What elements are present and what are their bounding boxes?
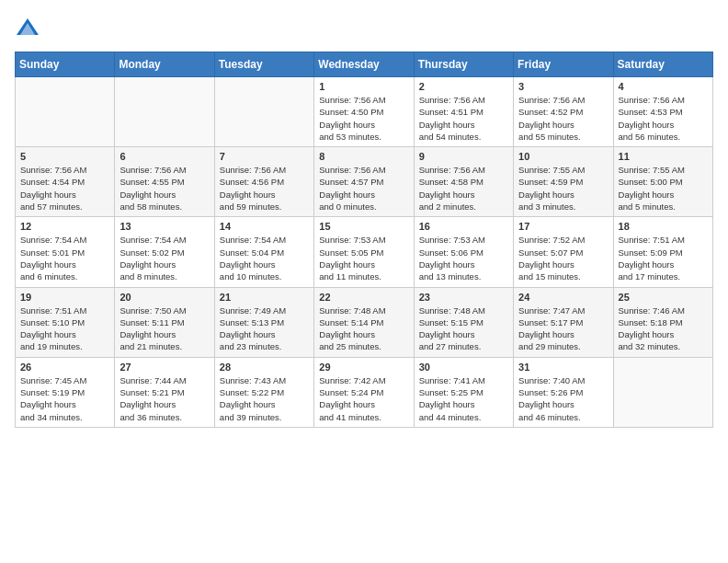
day-info: Sunrise: 7:56 AMSunset: 4:54 PMDaylight …	[20, 164, 109, 213]
day-number: 19	[20, 292, 109, 303]
week-row-3: 12Sunrise: 7:54 AMSunset: 5:01 PMDayligh…	[16, 217, 713, 287]
day-number: 17	[518, 221, 608, 232]
day-info: Sunrise: 7:51 AMSunset: 5:10 PMDaylight …	[20, 304, 109, 353]
calendar-cell: 11Sunrise: 7:55 AMSunset: 5:00 PMDayligh…	[613, 147, 712, 217]
logo-icon	[15, 15, 40, 40]
day-info: Sunrise: 7:50 AMSunset: 5:11 PMDaylight …	[119, 304, 209, 353]
day-number: 31	[518, 362, 608, 373]
day-info: Sunrise: 7:49 AMSunset: 5:13 PMDaylight …	[220, 304, 309, 353]
day-number: 15	[319, 221, 408, 232]
calendar-cell: 20Sunrise: 7:50 AMSunset: 5:11 PMDayligh…	[115, 287, 214, 357]
calendar-cell: 30Sunrise: 7:41 AMSunset: 5:25 PMDayligh…	[414, 357, 513, 427]
day-info: Sunrise: 7:53 AMSunset: 5:05 PMDaylight …	[319, 234, 408, 282]
calendar-cell: 2Sunrise: 7:56 AMSunset: 4:51 PMDaylight…	[414, 77, 513, 147]
calendar-cell: 29Sunrise: 7:42 AMSunset: 5:24 PMDayligh…	[314, 357, 414, 427]
calendar-cell: 1Sunrise: 7:56 AMSunset: 4:50 PMDaylight…	[314, 77, 414, 147]
calendar-cell: 25Sunrise: 7:46 AMSunset: 5:18 PMDayligh…	[613, 287, 712, 357]
weekday-header-wednesday: Wednesday	[314, 52, 414, 77]
day-number: 7	[220, 151, 309, 162]
calendar-cell: 17Sunrise: 7:52 AMSunset: 5:07 PMDayligh…	[514, 217, 613, 287]
day-number: 25	[619, 292, 708, 303]
calendar-cell: 9Sunrise: 7:56 AMSunset: 4:58 PMDaylight…	[414, 147, 513, 217]
calendar-cell: 16Sunrise: 7:53 AMSunset: 5:06 PMDayligh…	[414, 217, 513, 287]
day-number: 24	[518, 292, 608, 303]
day-number: 5	[20, 151, 109, 162]
day-number: 2	[419, 81, 508, 92]
day-number: 26	[20, 362, 109, 373]
day-info: Sunrise: 7:44 AMSunset: 5:21 PMDaylight …	[119, 374, 209, 423]
calendar-cell: 31Sunrise: 7:40 AMSunset: 5:26 PMDayligh…	[514, 357, 613, 427]
day-number: 16	[419, 221, 508, 232]
calendar-cell: 27Sunrise: 7:44 AMSunset: 5:21 PMDayligh…	[115, 357, 214, 427]
week-row-4: 19Sunrise: 7:51 AMSunset: 5:10 PMDayligh…	[16, 287, 713, 357]
calendar-cell: 14Sunrise: 7:54 AMSunset: 5:04 PMDayligh…	[214, 217, 313, 287]
day-info: Sunrise: 7:54 AMSunset: 5:04 PMDaylight …	[220, 234, 309, 282]
day-number: 10	[518, 151, 608, 162]
weekday-header-saturday: Saturday	[613, 52, 712, 77]
calendar-cell: 19Sunrise: 7:51 AMSunset: 5:10 PMDayligh…	[16, 287, 115, 357]
day-number: 27	[119, 362, 209, 373]
day-info: Sunrise: 7:40 AMSunset: 5:26 PMDaylight …	[518, 374, 608, 423]
day-info: Sunrise: 7:54 AMSunset: 5:02 PMDaylight …	[119, 234, 209, 282]
day-info: Sunrise: 7:43 AMSunset: 5:22 PMDaylight …	[220, 374, 309, 423]
day-info: Sunrise: 7:56 AMSunset: 4:58 PMDaylight …	[419, 164, 508, 213]
day-info: Sunrise: 7:52 AMSunset: 5:07 PMDaylight …	[518, 234, 608, 282]
calendar-cell: 10Sunrise: 7:55 AMSunset: 4:59 PMDayligh…	[514, 147, 613, 217]
calendar-cell: 12Sunrise: 7:54 AMSunset: 5:01 PMDayligh…	[16, 217, 115, 287]
calendar-cell: 7Sunrise: 7:56 AMSunset: 4:56 PMDaylight…	[214, 147, 313, 217]
day-number: 6	[119, 151, 209, 162]
day-number: 12	[20, 221, 109, 232]
calendar-table: SundayMondayTuesdayWednesdayThursdayFrid…	[15, 52, 713, 428]
day-number: 29	[319, 362, 408, 373]
day-info: Sunrise: 7:47 AMSunset: 5:17 PMDaylight …	[518, 304, 608, 353]
day-info: Sunrise: 7:56 AMSunset: 4:50 PMDaylight …	[319, 94, 408, 143]
day-info: Sunrise: 7:56 AMSunset: 4:56 PMDaylight …	[220, 164, 309, 213]
day-info: Sunrise: 7:46 AMSunset: 5:18 PMDaylight …	[619, 304, 708, 353]
day-number: 4	[619, 81, 708, 92]
day-info: Sunrise: 7:54 AMSunset: 5:01 PMDaylight …	[20, 234, 109, 282]
calendar-cell	[115, 77, 214, 147]
day-info: Sunrise: 7:48 AMSunset: 5:14 PMDaylight …	[319, 304, 408, 353]
logo	[15, 15, 44, 40]
day-number: 22	[319, 292, 408, 303]
day-number: 18	[619, 221, 708, 232]
calendar-cell	[613, 357, 712, 427]
calendar-cell: 18Sunrise: 7:51 AMSunset: 5:09 PMDayligh…	[613, 217, 712, 287]
day-info: Sunrise: 7:41 AMSunset: 5:25 PMDaylight …	[419, 374, 508, 423]
day-number: 30	[419, 362, 508, 373]
week-row-1: 1Sunrise: 7:56 AMSunset: 4:50 PMDaylight…	[16, 77, 713, 147]
day-info: Sunrise: 7:45 AMSunset: 5:19 PMDaylight …	[20, 374, 109, 423]
weekday-header-sunday: Sunday	[16, 52, 115, 77]
calendar-cell: 22Sunrise: 7:48 AMSunset: 5:14 PMDayligh…	[314, 287, 414, 357]
day-info: Sunrise: 7:53 AMSunset: 5:06 PMDaylight …	[419, 234, 508, 282]
day-info: Sunrise: 7:56 AMSunset: 4:55 PMDaylight …	[119, 164, 209, 213]
day-info: Sunrise: 7:56 AMSunset: 4:53 PMDaylight …	[619, 94, 708, 143]
day-info: Sunrise: 7:42 AMSunset: 5:24 PMDaylight …	[319, 374, 408, 423]
day-info: Sunrise: 7:55 AMSunset: 4:59 PMDaylight …	[518, 164, 608, 213]
weekday-header-row: SundayMondayTuesdayWednesdayThursdayFrid…	[16, 52, 713, 77]
calendar-cell	[214, 77, 313, 147]
calendar-cell: 23Sunrise: 7:48 AMSunset: 5:15 PMDayligh…	[414, 287, 513, 357]
calendar-cell	[16, 77, 115, 147]
day-info: Sunrise: 7:55 AMSunset: 5:00 PMDaylight …	[619, 164, 708, 213]
day-number: 14	[220, 221, 309, 232]
day-number: 3	[518, 81, 608, 92]
calendar-cell: 6Sunrise: 7:56 AMSunset: 4:55 PMDaylight…	[115, 147, 214, 217]
day-number: 1	[319, 81, 408, 92]
calendar-cell: 24Sunrise: 7:47 AMSunset: 5:17 PMDayligh…	[514, 287, 613, 357]
day-info: Sunrise: 7:51 AMSunset: 5:09 PMDaylight …	[619, 234, 708, 282]
day-number: 28	[220, 362, 309, 373]
week-row-2: 5Sunrise: 7:56 AMSunset: 4:54 PMDaylight…	[16, 147, 713, 217]
calendar-cell: 3Sunrise: 7:56 AMSunset: 4:52 PMDaylight…	[514, 77, 613, 147]
day-number: 8	[319, 151, 408, 162]
day-info: Sunrise: 7:56 AMSunset: 4:51 PMDaylight …	[419, 94, 508, 143]
day-number: 9	[419, 151, 508, 162]
day-number: 23	[419, 292, 508, 303]
calendar-cell: 13Sunrise: 7:54 AMSunset: 5:02 PMDayligh…	[115, 217, 214, 287]
day-info: Sunrise: 7:56 AMSunset: 4:57 PMDaylight …	[319, 164, 408, 213]
calendar-cell: 28Sunrise: 7:43 AMSunset: 5:22 PMDayligh…	[214, 357, 313, 427]
calendar-cell: 26Sunrise: 7:45 AMSunset: 5:19 PMDayligh…	[16, 357, 115, 427]
day-number: 21	[220, 292, 309, 303]
weekday-header-monday: Monday	[115, 52, 214, 77]
day-number: 20	[119, 292, 209, 303]
